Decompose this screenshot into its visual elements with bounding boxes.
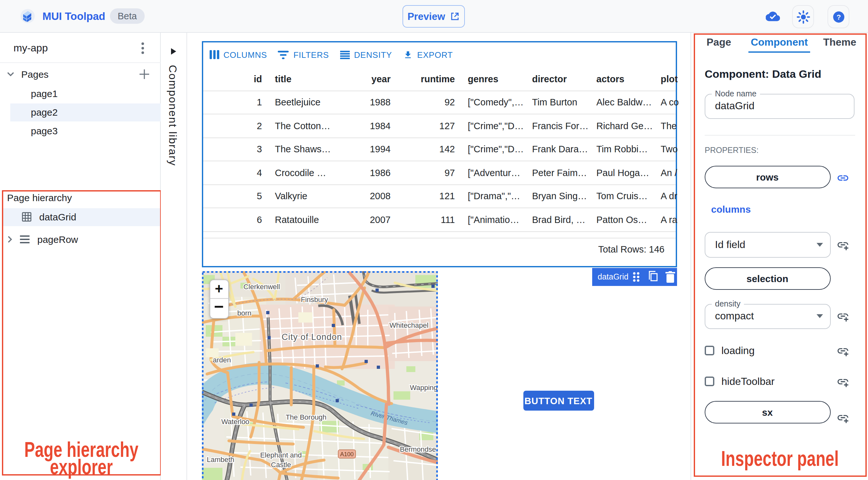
svg-text:?: ? [836,13,841,21]
